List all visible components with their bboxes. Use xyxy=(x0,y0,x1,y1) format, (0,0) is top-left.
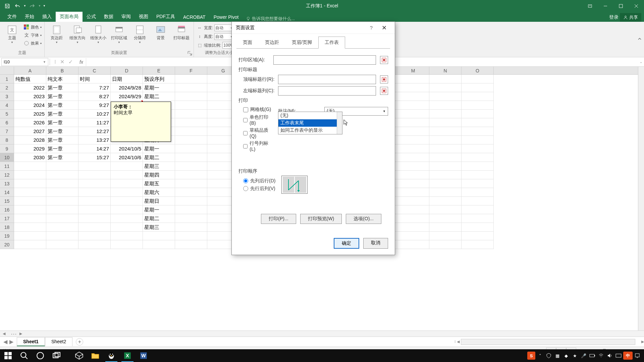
cell[interactable]: 2028 xyxy=(14,136,46,144)
cell[interactable] xyxy=(462,162,494,171)
cell[interactable] xyxy=(397,240,429,249)
cell[interactable] xyxy=(397,83,429,92)
gridlines-checkbox[interactable]: 网格线(G) xyxy=(243,107,271,113)
cell[interactable] xyxy=(397,127,429,136)
cell[interactable] xyxy=(14,214,46,223)
cell[interactable]: 第一章 xyxy=(46,92,78,101)
tray-volume-icon[interactable] xyxy=(606,352,614,360)
draft-quality-checkbox[interactable]: 草稿品质(Q) xyxy=(243,127,271,139)
tray-ime-icon[interactable]: 中 xyxy=(623,352,633,360)
cell[interactable] xyxy=(462,232,494,240)
cell[interactable] xyxy=(462,92,494,101)
cell[interactable] xyxy=(175,75,207,83)
print-area-ref-icon[interactable] xyxy=(380,56,388,64)
fx-icon[interactable]: fx xyxy=(77,59,86,65)
select-all-corner[interactable] xyxy=(0,67,14,74)
cell[interactable]: 星期一 xyxy=(143,205,175,214)
top-rows-input[interactable] xyxy=(278,75,376,84)
cell[interactable] xyxy=(462,188,494,197)
cell[interactable] xyxy=(175,197,207,205)
cell[interactable]: 7:27 xyxy=(78,83,111,92)
cell[interactable] xyxy=(429,75,462,83)
cell[interactable] xyxy=(78,223,111,232)
cancel-formula-icon[interactable]: ✕ xyxy=(60,59,64,65)
cell[interactable]: 2024/9/29 xyxy=(111,92,143,101)
cell[interactable]: 纯数值 xyxy=(14,75,46,83)
minimize-icon[interactable] xyxy=(598,0,613,12)
save-icon[interactable] xyxy=(3,1,12,11)
cell[interactable] xyxy=(175,92,207,101)
cell[interactable] xyxy=(462,214,494,223)
cell[interactable] xyxy=(462,205,494,214)
cell[interactable] xyxy=(397,75,429,83)
cell[interactable] xyxy=(429,101,462,110)
cell[interactable] xyxy=(462,171,494,179)
ok-button[interactable]: 确定 xyxy=(334,238,359,249)
ribbon-tab[interactable]: 公式 xyxy=(83,12,100,22)
ribbon-tab[interactable]: 审阅 xyxy=(117,12,135,22)
cell[interactable] xyxy=(397,205,429,214)
ribbon-tab[interactable]: 数据 xyxy=(100,12,117,22)
ribbon-tab[interactable]: Power Pivot xyxy=(210,12,243,22)
redo-dropdown-icon[interactable]: ▼ xyxy=(38,1,42,11)
cell[interactable]: 星期四 xyxy=(143,171,175,179)
cell[interactable] xyxy=(429,188,462,197)
horizontal-scrollbar[interactable] xyxy=(461,339,635,345)
row-header[interactable]: 7 xyxy=(0,127,14,136)
page-setup-launcher-icon[interactable] xyxy=(187,51,192,56)
column-header[interactable]: M xyxy=(397,67,429,74)
sheet-nav-next-icon[interactable]: ▶ xyxy=(9,339,13,345)
tray-battery-icon[interactable] xyxy=(588,352,596,360)
cell[interactable]: 13:27 xyxy=(78,136,111,144)
cell[interactable] xyxy=(429,153,462,162)
cell[interactable]: 8:27 xyxy=(78,92,111,101)
width-combo[interactable]: 自动▾ xyxy=(214,24,233,31)
tray-mic-icon[interactable]: 🎤 xyxy=(580,352,588,360)
height-combo[interactable]: 自动▾ xyxy=(214,33,233,40)
cell[interactable]: 第一章 xyxy=(46,127,78,136)
column-header[interactable]: D xyxy=(111,67,143,74)
cell[interactable] xyxy=(397,144,429,153)
row-header[interactable]: 20 xyxy=(0,240,14,249)
tray-notifications-icon[interactable] xyxy=(633,352,641,360)
cell[interactable] xyxy=(175,144,207,153)
row-header[interactable]: 15 xyxy=(0,197,14,205)
cell[interactable] xyxy=(175,127,207,136)
cell[interactable]: 11:27 xyxy=(78,118,111,127)
cell[interactable]: 第一章 xyxy=(46,144,78,153)
cell[interactable] xyxy=(175,83,207,92)
left-cols-input[interactable] xyxy=(278,86,376,96)
cell[interactable]: 星期一 xyxy=(143,144,175,153)
cell[interactable] xyxy=(175,171,207,179)
cell[interactable] xyxy=(14,232,46,240)
cell[interactable]: 9:27 xyxy=(78,101,111,110)
column-header[interactable]: N xyxy=(429,67,462,74)
dropdown-scrollbar[interactable] xyxy=(337,112,342,134)
print-button[interactable]: 打印(P)... xyxy=(261,214,296,224)
cell[interactable] xyxy=(111,171,143,179)
start-button[interactable] xyxy=(0,349,16,362)
enter-formula-icon[interactable]: ✓ xyxy=(68,59,73,65)
row-header[interactable]: 4 xyxy=(0,101,14,110)
cell[interactable] xyxy=(14,179,46,188)
cell[interactable] xyxy=(429,144,462,153)
cell[interactable] xyxy=(397,223,429,232)
redo-icon[interactable] xyxy=(28,1,37,11)
cell[interactable]: 2030 xyxy=(14,153,46,162)
cell[interactable] xyxy=(14,188,46,197)
cell[interactable]: 星期五 xyxy=(143,179,175,188)
ribbon-tab[interactable]: ACROBAT xyxy=(179,12,210,22)
row-header[interactable]: 3 xyxy=(0,92,14,101)
cell[interactable]: 12:27 xyxy=(78,127,111,136)
cell[interactable]: 2023 xyxy=(14,92,46,101)
cell[interactable] xyxy=(78,205,111,214)
cell[interactable] xyxy=(14,162,46,171)
maximize-icon[interactable] xyxy=(613,0,629,12)
row-header[interactable]: 13 xyxy=(0,179,14,188)
ribbon-display-icon[interactable] xyxy=(582,0,598,12)
themes-button[interactable]: 文 主题 ▼ xyxy=(3,23,21,44)
cell[interactable]: 2024/10/5 xyxy=(111,144,143,153)
print-area-input[interactable] xyxy=(273,55,376,65)
background-button[interactable]: 背景 xyxy=(151,23,170,40)
cell[interactable] xyxy=(397,188,429,197)
